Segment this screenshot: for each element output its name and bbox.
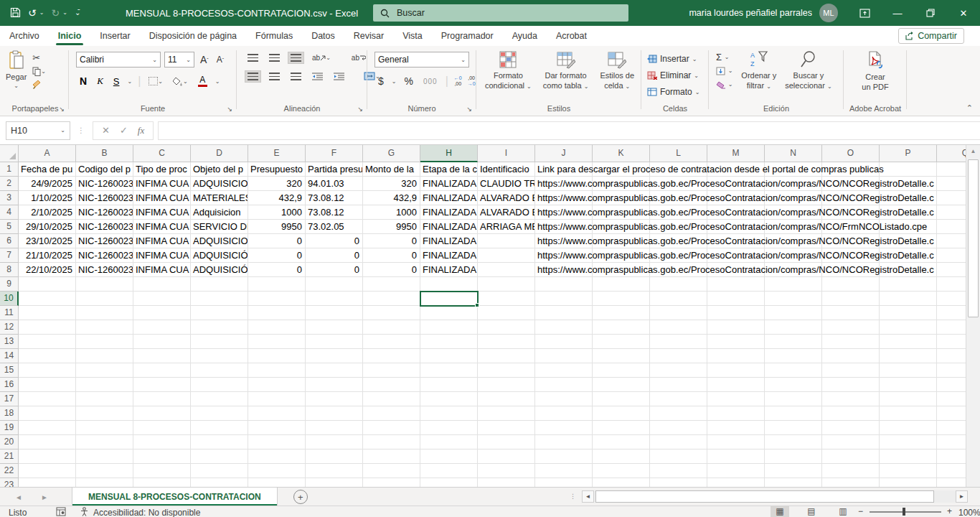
zoom-out-icon[interactable]: −: [858, 506, 863, 516]
cell-E14[interactable]: [248, 349, 306, 363]
cell-P19[interactable]: [880, 421, 937, 435]
cell-L21[interactable]: [650, 450, 707, 464]
cell-Q22[interactable]: [937, 464, 966, 478]
comma-style-icon[interactable]: 000: [421, 76, 440, 87]
cell-Q9[interactable]: [937, 277, 966, 292]
cut-icon[interactable]: ✂: [32, 52, 46, 63]
cell-J23[interactable]: [535, 478, 593, 487]
column-header-C[interactable]: C: [133, 145, 191, 162]
cell-G9[interactable]: [363, 277, 420, 292]
font-name-combo[interactable]: Calibri⌄: [76, 52, 161, 67]
cell-C4[interactable]: INFIMA CUA: [133, 205, 191, 220]
format-as-table-button[interactable]: Dar formato como tabla ⌄: [543, 50, 589, 91]
cell-C21[interactable]: [133, 450, 191, 464]
cell-F18[interactable]: [306, 406, 363, 421]
customize-qat-icon[interactable]: ⌄̄: [75, 9, 80, 17]
cell-J9[interactable]: [535, 277, 593, 292]
cell-E18[interactable]: [248, 406, 306, 421]
cell-N11[interactable]: [765, 306, 822, 320]
cell-I8[interactable]: [478, 263, 535, 277]
row-header-5[interactable]: 5: [0, 220, 19, 234]
cell-D19[interactable]: [191, 421, 248, 435]
cell-C5[interactable]: INFIMA CUA: [133, 220, 191, 234]
cell-K19[interactable]: [593, 421, 650, 435]
cell-G12[interactable]: [363, 320, 420, 335]
cell-G15[interactable]: [363, 363, 420, 378]
align-right-icon[interactable]: [288, 71, 303, 82]
cell-A3[interactable]: 1/10/2025: [19, 191, 76, 205]
ribbon-tab-disposici-n-de-p-gina[interactable]: Disposición de página: [140, 27, 246, 45]
sort-filter-button[interactable]: AZ Ordenar y filtrar ⌄: [741, 50, 776, 91]
cell-I18[interactable]: [478, 406, 535, 421]
horizontal-scrollbar[interactable]: ⋮ ◄ ►: [570, 490, 969, 503]
cell-I1[interactable]: Identificacio: [478, 162, 535, 177]
row-header-6[interactable]: 6: [0, 234, 19, 248]
cell-F1[interactable]: Partida presu: [306, 162, 363, 177]
cell-F7[interactable]: 0: [306, 248, 363, 263]
cell-J14[interactable]: [535, 349, 593, 363]
cell-H18[interactable]: [420, 406, 478, 421]
decrease-indent-icon[interactable]: [310, 71, 325, 82]
cell-N15[interactable]: [765, 363, 822, 378]
cell-P1[interactable]: [880, 162, 937, 177]
column-header-K[interactable]: K: [593, 145, 650, 162]
close-button[interactable]: ✕: [947, 0, 980, 26]
cell-K18[interactable]: [593, 406, 650, 421]
column-header-N[interactable]: N: [765, 145, 822, 162]
cell-Q17[interactable]: [937, 392, 966, 406]
cell-J20[interactable]: [535, 435, 593, 450]
cell-F19[interactable]: [306, 421, 363, 435]
cell-G19[interactable]: [363, 421, 420, 435]
cell-N14[interactable]: [765, 349, 822, 363]
accessibility-icon[interactable]: [80, 507, 88, 517]
cell-I9[interactable]: [478, 277, 535, 292]
cell-D21[interactable]: [191, 450, 248, 464]
minimize-button[interactable]: —: [881, 0, 914, 26]
cell-J4[interactable]: https://www.compraspublicas.gob.ec/Proce…: [535, 205, 593, 220]
cell-G7[interactable]: 0: [363, 248, 420, 263]
cell-L18[interactable]: [650, 406, 707, 421]
cell-E10[interactable]: [248, 292, 306, 306]
cell-I4[interactable]: ALVARADO E: [478, 205, 535, 220]
cell-G3[interactable]: 432,9: [363, 191, 420, 205]
cell-O14[interactable]: [822, 349, 880, 363]
cell-C10[interactable]: [133, 292, 191, 306]
cell-L22[interactable]: [650, 464, 707, 478]
align-middle-icon[interactable]: [267, 52, 282, 63]
cell-C14[interactable]: [133, 349, 191, 363]
cell-J7[interactable]: https://www.compraspublicas.gob.ec/Proce…: [535, 248, 593, 263]
formula-input[interactable]: [158, 121, 980, 140]
scroll-up-icon[interactable]: ▲: [966, 145, 980, 158]
cell-H3[interactable]: FINALIZADA: [420, 191, 478, 205]
cell-K11[interactable]: [593, 306, 650, 320]
cell-B14[interactable]: [76, 349, 133, 363]
cell-Q21[interactable]: [937, 450, 966, 464]
cell-L12[interactable]: [650, 320, 707, 335]
underline-dropdown-icon[interactable]: ⌄: [127, 78, 132, 85]
align-left-icon[interactable]: [245, 71, 260, 82]
name-box[interactable]: H10 ⌄: [6, 121, 70, 140]
cell-E3[interactable]: 432,9: [248, 191, 306, 205]
zoom-slider-thumb[interactable]: [903, 508, 905, 516]
cell-K13[interactable]: [593, 335, 650, 349]
cell-J22[interactable]: [535, 464, 593, 478]
cell-N10[interactable]: [765, 292, 822, 306]
cell-I11[interactable]: [478, 306, 535, 320]
cell-A10[interactable]: [19, 292, 76, 306]
insert-cells-button[interactable]: Insertar⌄: [647, 52, 709, 66]
borders-icon[interactable]: ⌄: [146, 75, 165, 87]
column-header-P[interactable]: P: [880, 145, 937, 162]
cell-C7[interactable]: INFIMA CUA: [133, 248, 191, 263]
cell-B16[interactable]: [76, 378, 133, 392]
font-color-icon[interactable]: A: [196, 74, 209, 88]
cell-I16[interactable]: [478, 378, 535, 392]
cell-F4[interactable]: 73.08.12: [306, 205, 363, 220]
row-header-18[interactable]: 18: [0, 406, 19, 421]
cell-Q15[interactable]: [937, 363, 966, 378]
cell-C13[interactable]: [133, 335, 191, 349]
cell-F8[interactable]: 0: [306, 263, 363, 277]
number-dialog-launcher-icon[interactable]: ↘: [466, 106, 472, 113]
cell-K17[interactable]: [593, 392, 650, 406]
cell-Q13[interactable]: [937, 335, 966, 349]
cell-I19[interactable]: [478, 421, 535, 435]
